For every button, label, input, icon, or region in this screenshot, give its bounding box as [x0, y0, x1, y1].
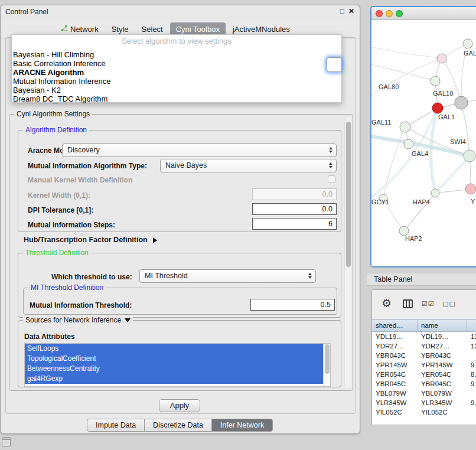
- network-canvas[interactable]: GALGAL80GAL10GAL1GAL11SWI4GAL4GCY1HAP4YH…: [371, 20, 476, 268]
- network-node-green-a[interactable]: [400, 122, 410, 132]
- deselect-all-checkboxes-icon[interactable]: ▢▢: [442, 300, 456, 308]
- network-node-pink-right[interactable]: [465, 184, 476, 194]
- close-panel-icon[interactable]: ✕: [348, 7, 354, 15]
- node-label: GAL4: [412, 150, 428, 157]
- table-body: YDL19…YDL19…13YDR27…YDR27…12YBR043CYBR04…: [372, 332, 476, 420]
- table-cell: 12: [467, 341, 476, 351]
- attributes-scrollbar[interactable]: [323, 344, 330, 386]
- table-cell: YBR043C: [418, 351, 467, 360]
- combo-value: Naive Bayes: [165, 161, 207, 169]
- tab-impute-data[interactable]: Impute Data: [87, 419, 145, 432]
- column-header[interactable]: name: [418, 319, 467, 332]
- node-label: HAP2: [405, 235, 422, 242]
- network-icon: [61, 25, 68, 34]
- node-label: GAL80: [379, 83, 399, 90]
- algorithm-option[interactable]: Dream8 DC_TDC Algorithm: [12, 94, 341, 103]
- table-cell: 9.: [467, 360, 476, 370]
- manual-kernel-checkbox[interactable]: [328, 175, 335, 183]
- table-row[interactable]: YIL052CYIL052C: [372, 407, 476, 417]
- algorithm-option[interactable]: Mutual Information Inference: [12, 77, 341, 86]
- settings-scrollbar[interactable]: [344, 117, 351, 388]
- table-cell: YDL19…: [372, 332, 418, 341]
- table-row[interactable]: YDL19…YDL19…13: [372, 332, 476, 341]
- kernel-width-label: Kernel Width (0,1):: [28, 191, 90, 200]
- network-node-pink-top[interactable]: [437, 54, 446, 63]
- table-toolbar: ⚙ ☑☑ ▢▢: [372, 290, 476, 319]
- cyni-algorithm-settings-group: Cyni Algorithm Settings Algorithm Defini…: [9, 114, 353, 391]
- mi-steps-field[interactable]: [252, 218, 337, 230]
- mi-threshold-field[interactable]: [250, 299, 335, 311]
- collapsed-panel-icon[interactable]: [2, 437, 11, 446]
- table-row[interactable]: YPR145WYPR145W9.: [372, 360, 476, 370]
- network-node-green-c[interactable]: [404, 139, 413, 149]
- algorithm-option[interactable]: Basic Correlation Inference: [12, 59, 341, 68]
- attribute-item[interactable]: BetweennessCentrality: [25, 364, 323, 374]
- node-label: HAP4: [413, 198, 430, 206]
- network-node-swi4-green[interactable]: [464, 150, 475, 162]
- sources-toggle[interactable]: Sources for Network Inference: [23, 316, 133, 324]
- network-node-gal-cut[interactable]: [463, 39, 472, 48]
- apply-button[interactable]: Apply: [159, 399, 200, 412]
- table-row[interactable]: YER054CYER054C8.: [372, 370, 476, 379]
- dpi-tolerance-field[interactable]: [252, 203, 337, 215]
- minimize-traffic-icon[interactable]: [386, 10, 393, 17]
- attributes-scrollbar-thumb[interactable]: [325, 344, 330, 374]
- table-row[interactable]: YBR043CYBR043C: [372, 351, 476, 360]
- threshold-definition-group: Threshold Definition Which threshold to …: [18, 253, 341, 318]
- settings-scrollbar-thumb[interactable]: [346, 122, 351, 267]
- network-node-gal10-gray[interactable]: [455, 96, 468, 109]
- table-row[interactable]: YDR27…YDR27…12: [372, 341, 476, 351]
- attribute-item[interactable]: SelfLoops: [25, 344, 323, 354]
- table-cell: YBL079W: [418, 389, 467, 398]
- attribute-item[interactable]: gal4RGexp: [25, 374, 323, 384]
- data-attributes-list[interactable]: SelfLoopsTopologicalCoefficientBetweenne…: [24, 343, 331, 387]
- table-cell: 8.: [467, 370, 476, 379]
- network-node-green-d[interactable]: [431, 189, 439, 197]
- network-edge[interactable]: [371, 46, 442, 58]
- table-row[interactable]: YBR045CYBR045C9.: [372, 379, 476, 389]
- mi-type-label: Mutual Information Algorithm Type:: [28, 162, 147, 170]
- algorithm-popup-list: Bayesian - Hill ClimbingBasic Correlatio…: [12, 50, 341, 103]
- network-edge[interactable]: [371, 64, 435, 81]
- network-node-gal1-red[interactable]: [432, 103, 443, 113]
- algorithm-option[interactable]: Bayesian - Hill Climbing: [12, 50, 341, 59]
- table-cell: YBR043C: [372, 351, 418, 360]
- attribute-item[interactable]: TopologicalCoefficient: [25, 354, 323, 364]
- column-header[interactable]: [467, 319, 476, 332]
- table-row[interactable]: YLR345WYLR345W9.: [372, 398, 476, 407]
- aracne-mode-combo[interactable]: Discovery: [62, 144, 337, 157]
- algorithm-option[interactable]: Bayesian - K2: [12, 86, 341, 94]
- select-all-checkboxes-icon[interactable]: ☑☑: [422, 300, 435, 308]
- tab-infer-network[interactable]: Infer Network: [211, 419, 273, 432]
- network-view-window: GALGAL80GAL10GAL1GAL11SWI4GAL4GCY1HAP4YH…: [370, 6, 476, 268]
- table-cell: YDR27…: [418, 341, 467, 351]
- kernel-width-field[interactable]: [252, 188, 337, 200]
- hub-definition-toggle[interactable]: Hub/Transcription Factor Definition: [24, 236, 157, 244]
- gear-icon[interactable]: ⚙: [382, 296, 392, 310]
- close-traffic-icon[interactable]: [376, 10, 383, 17]
- which-threshold-combo[interactable]: MI Threshold: [139, 269, 316, 283]
- algorithm-combo-focused[interactable]: [327, 57, 342, 72]
- combo-stepper-icon: [329, 162, 332, 168]
- network-node-green-top[interactable]: [431, 76, 440, 86]
- table-cell: [467, 407, 476, 417]
- network-node-hap2-green[interactable]: [399, 226, 409, 236]
- mi-type-combo[interactable]: Naive Bayes: [160, 159, 337, 172]
- tab-discretize-data[interactable]: Discretize Data: [144, 419, 212, 432]
- network-edge[interactable]: [435, 156, 470, 193]
- combo-value: Discovery: [67, 146, 100, 154]
- columns-icon[interactable]: [403, 299, 413, 308]
- network-window-titlebar[interactable]: [371, 7, 476, 20]
- table-row[interactable]: YBL079WYBL079W: [372, 389, 476, 398]
- manual-kernel-label: Manual Kernel Width Definition: [28, 176, 132, 184]
- table-cell: YBR045C: [372, 379, 418, 389]
- column-header[interactable]: shared…: [372, 319, 418, 332]
- table-cell: YDL19…: [418, 332, 467, 341]
- combo-stepper-icon: [308, 273, 312, 279]
- algorithm-option[interactable]: ARACNE Algorithm: [12, 68, 341, 77]
- network-edge[interactable]: [461, 103, 470, 156]
- mi-steps-label: Mutual Information Steps:: [28, 221, 115, 229]
- table-header-row: shared…name: [372, 319, 476, 332]
- zoom-traffic-icon[interactable]: [396, 10, 403, 17]
- float-panel-icon[interactable]: □: [340, 7, 344, 15]
